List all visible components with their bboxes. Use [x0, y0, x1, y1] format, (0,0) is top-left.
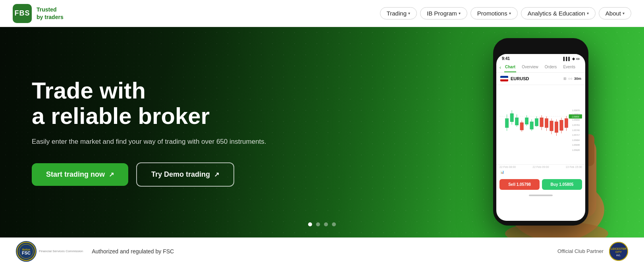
chevron-down-icon: ▾: [587, 11, 589, 15]
hero-buttons: Start trading now ↗ Try Demo trading ↗: [32, 162, 266, 187]
partner-text: Official Club Partner: [557, 248, 604, 254]
nav-trading[interactable]: Trading ▾: [380, 7, 417, 19]
phone-screen: 9:41 ▌▌▌ ◈ ▭ ‹ Chart Overview Orders Eve…: [496, 54, 585, 221]
phone: 9:41 ▌▌▌ ◈ ▭ ‹ Chart Overview Orders Eve…: [493, 38, 588, 226]
svg-text:1.05878: 1.05878: [572, 109, 580, 112]
demo-trading-button[interactable]: Try Demo trading ↗: [136, 162, 234, 187]
svg-rect-15: [525, 118, 528, 124]
battery-icon: ▭: [576, 57, 580, 61]
svg-rect-9: [505, 118, 509, 127]
svg-rect-29: [555, 122, 558, 133]
svg-text:FSC: FSC: [22, 251, 31, 255]
svg-text:CITY: CITY: [615, 251, 622, 253]
arrow-icon: ↗: [214, 171, 219, 178]
settings-icon: ○○: [568, 77, 573, 81]
svg-text:1.05800: 1.05800: [572, 116, 579, 118]
nav-analytics[interactable]: Analytics & Education ▾: [521, 7, 596, 19]
lock-icon: ⊞: [563, 77, 567, 81]
nav-about[interactable]: About ▾: [599, 7, 631, 19]
svg-rect-31: [560, 120, 563, 131]
partner-logo: LEICESTER CITY F.C.: [609, 242, 628, 261]
svg-text:1.05648: 1.05648: [572, 144, 580, 146]
chevron-down-icon: ▾: [623, 11, 625, 15]
svg-rect-21: [520, 123, 523, 130]
sell-button[interactable]: Sell 1.05798: [499, 179, 540, 190]
fsc-text-block: Financial Services Commission: [39, 249, 83, 253]
nav-promotions[interactable]: Promotions ▾: [470, 7, 518, 19]
phone-action-row: Sell 1.05798 Buy 1.05805: [496, 177, 585, 192]
carousel-dot-1[interactable]: [308, 222, 312, 226]
phone-tabs: Chart Overview Orders Events: [504, 62, 582, 72]
start-trading-button[interactable]: Start trading now ↗: [32, 163, 128, 186]
svg-rect-23: [540, 118, 543, 127]
wifi-icon: ◈: [572, 57, 575, 61]
svg-rect-13: [515, 118, 519, 125]
buy-button[interactable]: Buy 1.05805: [542, 179, 582, 190]
phone-status-bar: 9:41 ▌▌▌ ◈ ▭: [496, 54, 585, 62]
svg-rect-17: [530, 122, 533, 129]
back-icon[interactable]: ‹: [499, 65, 501, 70]
fsc-emblem-svg: Belize FSC: [17, 242, 36, 261]
svg-rect-25: [545, 118, 548, 127]
carousel-dot-3[interactable]: [324, 222, 328, 226]
pair-tools: ⊞ ○○ 30m: [563, 77, 581, 81]
fsc-logo: Belize FSC Financial Services Commission: [16, 241, 83, 262]
phone-notch: [525, 43, 557, 52]
pair-name: EURUSD: [511, 76, 561, 81]
svg-text:F.C.: F.C.: [617, 254, 621, 257]
volume-row: 📊: [496, 169, 585, 175]
footer-auth-text: Authorized and regulated by FSC: [92, 248, 174, 255]
logo-area: FBS Trusted by traders: [13, 4, 64, 23]
tab-overview[interactable]: Overview: [521, 62, 539, 72]
fsc-emblem: Belize FSC: [16, 241, 37, 262]
home-bar: [496, 192, 585, 198]
tab-chart[interactable]: Chart: [504, 62, 516, 72]
home-indicator: [529, 195, 553, 196]
svg-rect-11: [510, 114, 513, 122]
svg-rect-27: [550, 121, 553, 131]
chevron-down-icon: ▾: [408, 11, 410, 15]
signal-icon: ▌▌▌: [563, 57, 571, 61]
svg-text:1.05763: 1.05763: [572, 124, 580, 126]
footer-bar: Belize FSC Financial Services Commission…: [0, 237, 644, 264]
footer-left: Belize FSC Financial Services Commission…: [16, 241, 174, 262]
main-nav: Trading ▾ IB Program ▾ Promotions ▾ Anal…: [380, 7, 631, 19]
chevron-down-icon: ▾: [509, 11, 511, 15]
phone-mockup-wrapper: 9:41 ▌▌▌ ◈ ▭ ‹ Chart Overview Orders Eve…: [493, 38, 612, 237]
pair-row: EURUSD ⊞ ○○ 30m: [496, 73, 585, 85]
candlestick-chart: 1.05800: [499, 87, 582, 163]
svg-text:1.05740: 1.05740: [572, 129, 580, 131]
fbs-logo[interactable]: FBS: [13, 4, 32, 23]
eu-flag: [500, 76, 508, 81]
partner-logo-svg: LEICESTER CITY F.C.: [609, 242, 628, 261]
svg-rect-19: [535, 118, 538, 126]
footer-right: Official Club Partner LEICESTER CITY F.C…: [557, 242, 628, 261]
tab-events[interactable]: Events: [562, 62, 576, 72]
hero-title: Trade with a reliable broker: [32, 78, 266, 129]
svg-text:LEICESTER: LEICESTER: [611, 247, 626, 250]
carousel-dots: [308, 222, 336, 226]
svg-rect-33: [565, 118, 568, 127]
logo-tagline: Trusted by traders: [37, 6, 64, 20]
svg-text:1.05863: 1.05863: [572, 113, 580, 116]
chart-area: 1.05800: [496, 85, 585, 164]
hero-banner: Trade with a reliable broker Easily ente…: [0, 27, 644, 237]
svg-text:1.05840: 1.05840: [572, 119, 580, 121]
carousel-dot-4[interactable]: [332, 222, 336, 226]
chart-xaxis: 22 Feb 08:00 22 Feb 09:00 13 Feb 15:00: [496, 164, 585, 169]
header: FBS Trusted by traders Trading ▾ IB Prog…: [0, 0, 644, 27]
volume-icon: 📊: [500, 170, 504, 174]
carousel-dot-2[interactable]: [316, 222, 320, 226]
hero-content: Trade with a reliable broker Easily ente…: [0, 78, 266, 187]
arrow-icon: ↗: [109, 171, 114, 178]
hero-subtitle: Easily enter the market and find your wa…: [32, 137, 266, 147]
svg-text:1.05717: 1.05717: [572, 134, 580, 136]
nav-ib-program[interactable]: IB Program ▾: [420, 7, 467, 19]
svg-text:1.05694: 1.05694: [572, 139, 580, 141]
fsc-sub: Financial Services Commission: [39, 249, 83, 253]
chevron-down-icon: ▾: [459, 11, 461, 15]
phone-nav-row: ‹ Chart Overview Orders Events: [496, 62, 585, 73]
tab-orders[interactable]: Orders: [544, 62, 558, 72]
svg-text:1.05628: 1.05628: [572, 149, 580, 151]
